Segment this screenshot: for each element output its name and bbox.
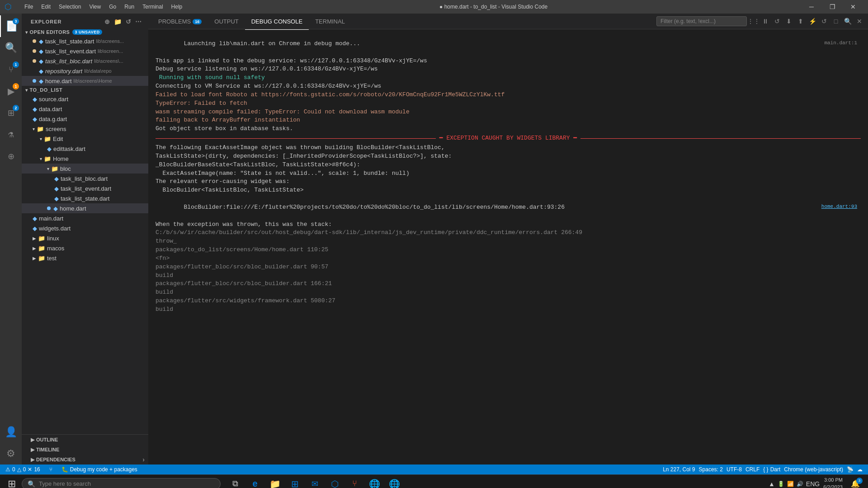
tree-screens-folder[interactable]: ▾ 📁 screens: [22, 124, 148, 134]
status-encoding[interactable]: UTF-8: [725, 465, 744, 474]
activity-remote[interactable]: ⊕: [0, 145, 22, 167]
taskbar-search-box[interactable]: 🔍 Type here to search: [22, 478, 221, 488]
taskbar-chrome-2[interactable]: 🌐: [385, 476, 403, 488]
start-button[interactable]: ⊞: [4, 476, 20, 488]
new-file-button[interactable]: ⊕: [104, 17, 111, 26]
status-spaces[interactable]: Spaces: 2: [697, 465, 725, 474]
panel-refresh-btn[interactable]: ↺: [772, 16, 782, 26]
tree-main-dart[interactable]: ◆ main.dart: [22, 213, 148, 223]
activity-explorer[interactable]: 📄 3: [0, 15, 22, 37]
open-file-repository[interactable]: ◆ repository.dart lib\data\repo: [22, 66, 148, 76]
outline-section[interactable]: ▶ OUTLINE: [22, 435, 148, 445]
tree-widgets-dart[interactable]: ◆ widgets.dart: [22, 223, 148, 233]
taskbar-file-explorer[interactable]: 📁: [266, 476, 284, 488]
volume-icon[interactable]: 🔊: [797, 481, 803, 487]
taskbar-clock[interactable]: 3:00 PM 6/2/2023: [823, 477, 843, 488]
language-tray[interactable]: ENG: [806, 480, 820, 488]
restore-button[interactable]: ❐: [822, 0, 843, 14]
open-editors-section[interactable]: ▾ OPEN EDITORS 3 unsaved: [22, 28, 148, 36]
status-position[interactable]: Ln 227, Col 9: [661, 465, 697, 474]
activity-search[interactable]: 🔍: [0, 37, 22, 59]
panel-stop-btn[interactable]: □: [831, 16, 841, 26]
status-platform[interactable]: Chrome (web-javascript): [782, 465, 845, 474]
tree-task-list-state[interactable]: ◆ task_list_state.dart: [22, 193, 148, 203]
panel-down-btn[interactable]: ⬇: [784, 16, 794, 26]
activity-settings[interactable]: ⚙: [0, 443, 22, 465]
tab-debug-console[interactable]: DEBUG CONSOLE: [245, 14, 309, 30]
network-icon[interactable]: 📶: [787, 481, 794, 487]
project-section[interactable]: ▾ TO_DO_LIST: [22, 86, 148, 94]
tree-test-folder[interactable]: ▶ 📁 test: [22, 253, 148, 263]
menu-go[interactable]: Go: [105, 3, 120, 11]
open-file-home[interactable]: ◆ home.dart lib\screens\Home: [22, 76, 148, 86]
tree-home-folder[interactable]: ▾ 📁 Home: [22, 154, 148, 164]
console-output[interactable]: main.dart:1Launching lib\main.dart on Ch…: [148, 29, 868, 465]
activity-extensions[interactable]: ⊞ 2: [0, 102, 22, 124]
taskbar-windows-store[interactable]: ⊞: [286, 476, 304, 488]
minimize-button[interactable]: ─: [801, 0, 822, 14]
tab-terminal[interactable]: TERMINAL: [309, 14, 351, 30]
filter-input[interactable]: [656, 16, 747, 26]
status-cloud[interactable]: ☁: [855, 465, 864, 474]
menu-edit[interactable]: Edit: [38, 3, 54, 11]
close-button[interactable]: ✕: [843, 0, 863, 14]
tree-home-dart[interactable]: ◆ home.dart: [22, 203, 148, 213]
tree-bloc-folder[interactable]: ▾ 📁 bloc: [22, 164, 148, 174]
notification-center[interactable]: 🔔 3: [846, 476, 864, 488]
activity-accounts[interactable]: 👤: [0, 421, 22, 443]
foldername: macos: [47, 245, 64, 252]
activity-testing[interactable]: ⚗: [0, 124, 22, 145]
tree-task-list-bloc[interactable]: ◆ task_list_bloc.dart: [22, 174, 148, 183]
menu-view[interactable]: View: [85, 3, 104, 11]
collapse-all-button[interactable]: ⋯: [134, 17, 143, 26]
taskbar-vscode[interactable]: ⬡: [326, 476, 344, 488]
taskbar-task-view[interactable]: ⧉: [226, 476, 244, 488]
new-folder-button[interactable]: 📁: [113, 17, 123, 26]
menu-file[interactable]: File: [21, 3, 37, 11]
menu-selection[interactable]: Selection: [55, 3, 85, 11]
panel-search-btn[interactable]: 🔍: [843, 16, 853, 26]
status-bar: ⚠ 0 △ 0 ✕ 16 ⑂ 🐛 Debug my code + package…: [0, 465, 868, 474]
tree-data-g-dart[interactable]: ◆ data.g.dart: [22, 114, 148, 124]
tree-data-dart[interactable]: ◆ data.dart: [22, 104, 148, 114]
refresh-button[interactable]: ↺: [125, 17, 132, 26]
status-branch[interactable]: ⑂: [47, 465, 54, 474]
activity-source-control[interactable]: ⑂ 1: [0, 59, 22, 80]
tree-macos-folder[interactable]: ▶ 📁 macos: [22, 243, 148, 253]
panel-lightning-btn[interactable]: ⚡: [807, 16, 817, 26]
tab-problems[interactable]: PROBLEMS 16: [152, 14, 208, 30]
tree-linux-folder[interactable]: ▶ 📁 linux: [22, 233, 148, 243]
menu-terminal[interactable]: Terminal: [139, 3, 166, 11]
activity-run-debug[interactable]: ▶ 1: [0, 80, 22, 102]
panel-up-btn[interactable]: ⬆: [796, 16, 806, 26]
status-debug[interactable]: 🐛 Debug my code + packages: [60, 465, 139, 474]
tab-output[interactable]: OUTPUT: [208, 14, 245, 30]
panel-pause-btn[interactable]: ⏸: [760, 16, 770, 26]
tree-edit-folder[interactable]: ▾ 📁 Edit: [22, 134, 148, 144]
status-eol[interactable]: CRLF: [744, 465, 761, 474]
menu-help[interactable]: Help: [168, 3, 186, 11]
tree-edittask-dart[interactable]: ◆ edittask.dart: [22, 144, 148, 154]
open-file-task-list-state[interactable]: ◆ task_list_state.dart lib\screens...: [22, 36, 148, 46]
taskbar-mail[interactable]: ✉: [306, 476, 324, 488]
home-ref[interactable]: home.dart:93: [821, 203, 857, 211]
tray-up-icon[interactable]: ▲: [769, 480, 775, 488]
tree-source-dart[interactable]: ◆ source.dart: [22, 94, 148, 104]
taskbar-chrome-1[interactable]: 🌐: [365, 476, 383, 488]
panel-restart-btn[interactable]: ↺: [819, 16, 829, 26]
open-file-task-list-event[interactable]: ◆ task_list_event.dart lib\screen...: [22, 46, 148, 56]
menu-run[interactable]: Run: [121, 3, 138, 11]
dependencies-section[interactable]: ▶ DEPENDENCIES ›: [22, 455, 148, 465]
battery-icon[interactable]: 🔋: [778, 481, 784, 487]
tree-task-list-event[interactable]: ◆ task_list_event.dart: [22, 183, 148, 193]
open-file-task-list-bloc[interactable]: ◆ task_list_bloc.dart lib\screens\...: [22, 56, 148, 66]
timeline-section[interactable]: ▶ TIMELINE: [22, 445, 148, 455]
status-errors[interactable]: ⚠ 0 △ 0 ✕ 16: [4, 465, 42, 474]
status-remote[interactable]: 📡: [845, 465, 855, 474]
taskbar-edge[interactable]: e: [246, 476, 264, 488]
panel-close-btn[interactable]: ✕: [854, 16, 864, 26]
taskbar-git[interactable]: ⑂: [345, 476, 363, 488]
panel-settings-btn[interactable]: ⋮⋮: [749, 16, 759, 26]
status-language[interactable]: { } Dart: [761, 465, 782, 474]
console-line: packages/flutter_bloc/src/bloc_builder.d…: [148, 263, 868, 272]
